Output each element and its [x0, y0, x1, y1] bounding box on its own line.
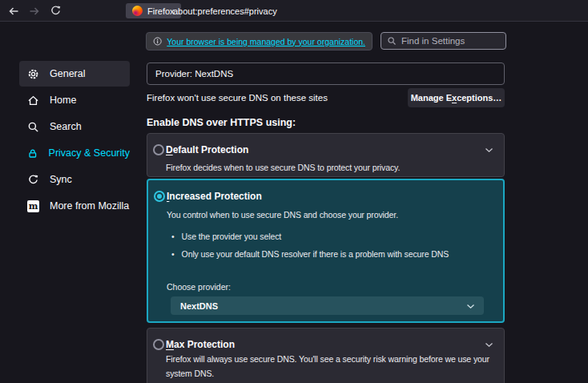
sidebar-item-label: Search [50, 121, 82, 132]
chevron-down-icon [466, 304, 475, 309]
forward-button[interactable] [24, 0, 45, 22]
max-protection-description-line2: system DNS. [166, 369, 214, 378]
increased-protection-radio[interactable] [154, 191, 165, 202]
back-arrow-icon [7, 5, 20, 18]
home-icon [27, 95, 39, 107]
option-increased-protection[interactable]: Increased Protection You control when to… [147, 179, 505, 323]
sidebar-item-label: Sync [50, 174, 72, 185]
dns-settings-panel: Provider: NextDNS Firefox won't use secu… [147, 0, 505, 383]
sidebar-item-label: General [50, 68, 85, 79]
doh-section-heading: Enable DNS over HTTPS using: [147, 117, 296, 128]
increased-protection-title: Increased Protection [167, 191, 262, 202]
default-protection-radio[interactable] [153, 144, 164, 155]
increased-bullet-2: Only use your default DNS resolver if th… [171, 249, 449, 259]
forward-arrow-icon [28, 5, 41, 18]
sidebar-item-label: More from Mozilla [50, 200, 129, 212]
increased-protection-description: You control when to use secure DNS and c… [167, 210, 398, 220]
gear-icon [27, 68, 39, 80]
sidebar-item-home[interactable]: Home [19, 87, 130, 113]
option-max-protection[interactable]: Max Protection Firefox will always use s… [147, 328, 505, 383]
sidebar-item-label: Privacy & Security [49, 147, 130, 159]
settings-sidebar: General Home Search Privacy & Security [19, 61, 130, 220]
sidebar-item-sync[interactable]: Sync [19, 167, 130, 192]
sidebar-item-privacy-security[interactable]: Privacy & Security [19, 140, 130, 166]
reload-button[interactable] [45, 0, 66, 22]
mozilla-icon: m [27, 200, 39, 212]
reload-icon [50, 5, 62, 17]
manage-exceptions-button[interactable]: Manage Exceptions… [408, 88, 505, 107]
lock-icon [27, 147, 38, 159]
option-default-protection[interactable]: Default Protection Firefox decides when … [147, 133, 505, 177]
default-protection-description: Firefox decides when to use secure DNS t… [166, 163, 400, 172]
provider-dropdown[interactable]: NextDNS [171, 296, 484, 315]
chevron-down-icon[interactable] [485, 147, 493, 153]
sidebar-item-search[interactable]: Search [19, 114, 130, 139]
max-protection-title: Max Protection [166, 339, 235, 350]
sync-icon [27, 174, 39, 186]
sidebar-item-general[interactable]: General [19, 61, 130, 87]
sidebar-item-label: Home [50, 95, 76, 106]
firefox-logo-icon [132, 6, 143, 16]
back-button[interactable] [3, 0, 24, 22]
default-protection-title: Default Protection [166, 144, 248, 155]
provider-dropdown-value: NextDNS [180, 301, 218, 311]
sidebar-item-more-from-mozilla[interactable]: m More from Mozilla [19, 193, 130, 219]
search-icon [27, 121, 39, 133]
max-protection-radio[interactable] [153, 339, 164, 350]
chevron-down-icon[interactable] [485, 342, 493, 348]
firefox-window: Firefox about:preferences#privacy Your b… [0, 0, 588, 383]
choose-provider-label: Choose provider: [167, 282, 231, 292]
dns-provider-status-box: Provider: NextDNS [147, 62, 505, 85]
increased-bullet-1: Use the provider you select [171, 232, 281, 241]
max-protection-description-line1: Firefox will always use secure DNS. You'… [166, 354, 489, 364]
exceptions-description: Firefox won't use secure DNS on these si… [147, 88, 328, 107]
